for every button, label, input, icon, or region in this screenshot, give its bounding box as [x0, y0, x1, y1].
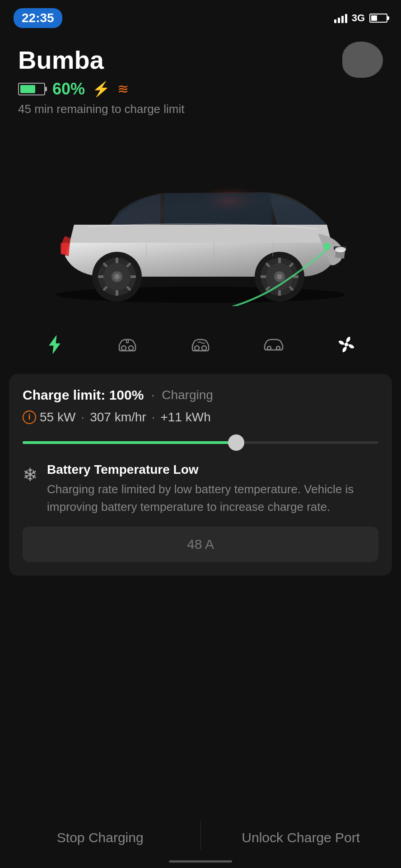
unlock-charge-port-label: Unlock Charge Port — [242, 830, 360, 845]
charging-status-label: Charging — [162, 388, 213, 402]
nav-tab-charging[interactable] — [39, 329, 70, 360]
vehicle-name: Bumba — [18, 46, 383, 74]
nav-tabs — [0, 320, 401, 369]
speed-stat: 307 km/hr — [90, 410, 146, 425]
battery-percent: 60% — [52, 80, 85, 99]
status-bar: 22:35 3G — [0, 0, 401, 33]
stop-charging-button[interactable]: Stop Charging — [0, 812, 200, 868]
energy-stat: +11 kWh — [160, 410, 210, 425]
car-illustration — [20, 134, 381, 306]
svg-point-36 — [121, 346, 126, 350]
nav-tab-fan[interactable] — [331, 329, 362, 360]
nav-tab-lock[interactable] — [112, 329, 143, 360]
signal-bars-icon — [334, 13, 347, 23]
svg-point-37 — [129, 346, 133, 350]
warning-text: Battery Temperature Low Charging rate li… — [47, 462, 378, 516]
svg-point-30 — [277, 274, 282, 279]
unlock-charge-port-button[interactable]: Unlock Charge Port — [201, 812, 401, 868]
svg-marker-35 — [49, 335, 60, 354]
charge-stats: i 55 kW · 307 km/hr · +11 kWh — [23, 410, 378, 425]
header-section: Bumba 60% ⚡ ≋ 45 min remaining to charge… — [0, 33, 401, 116]
status-time: 22:35 — [14, 8, 62, 28]
charge-thumb[interactable] — [228, 434, 244, 451]
svg-point-4 — [335, 247, 346, 252]
stat-dot-2: · — [152, 410, 155, 425]
charge-limit-label: Charge limit: 100% — [23, 387, 144, 403]
battery-row: 60% ⚡ ≋ — [18, 80, 383, 99]
info-icon: i — [23, 410, 36, 424]
battery-status-icon — [369, 14, 387, 23]
charge-header: Charge limit: 100% · Charging — [23, 387, 378, 403]
avatar — [342, 42, 383, 78]
svg-point-17 — [114, 274, 120, 279]
svg-point-38 — [195, 346, 199, 350]
status-right: 3G — [334, 12, 387, 24]
charge-track-fill — [23, 441, 236, 444]
stop-charging-label: Stop Charging — [57, 830, 144, 845]
svg-point-41 — [276, 346, 280, 350]
car-area — [0, 125, 401, 315]
svg-rect-3 — [61, 243, 69, 254]
charge-track — [23, 441, 378, 444]
svg-point-40 — [267, 346, 271, 350]
bottom-actions: Stop Charging Unlock Charge Port — [0, 812, 401, 868]
warning-desc: Charging rate limited by low battery tem… — [47, 481, 378, 516]
svg-point-42 — [345, 343, 348, 346]
home-indicator — [169, 860, 232, 863]
battery-level-icon — [18, 83, 45, 95]
nav-tab-climate[interactable] — [185, 329, 216, 360]
info-card: Charge limit: 100% · Charging i 55 kW · … — [9, 374, 392, 576]
svg-point-39 — [202, 346, 206, 350]
network-label: 3G — [352, 12, 365, 24]
heat-icon: ≋ — [117, 81, 129, 97]
amperage-value: 48 A — [187, 537, 214, 552]
power-stat: 55 kW — [40, 410, 75, 425]
nav-tab-car[interactable] — [258, 329, 289, 360]
charging-bolt-icon: ⚡ — [92, 80, 110, 98]
stat-dot-1: · — [81, 410, 84, 425]
snowflake-icon: ❄ — [23, 464, 38, 485]
separator: · — [151, 388, 154, 402]
charge-slider[interactable] — [23, 434, 378, 452]
amperage-button[interactable]: 48 A — [23, 527, 378, 562]
warning-box: ❄ Battery Temperature Low Charging rate … — [23, 462, 378, 516]
warning-title: Battery Temperature Low — [47, 462, 378, 477]
time-remaining: 45 min remaining to charge limit — [18, 102, 383, 116]
